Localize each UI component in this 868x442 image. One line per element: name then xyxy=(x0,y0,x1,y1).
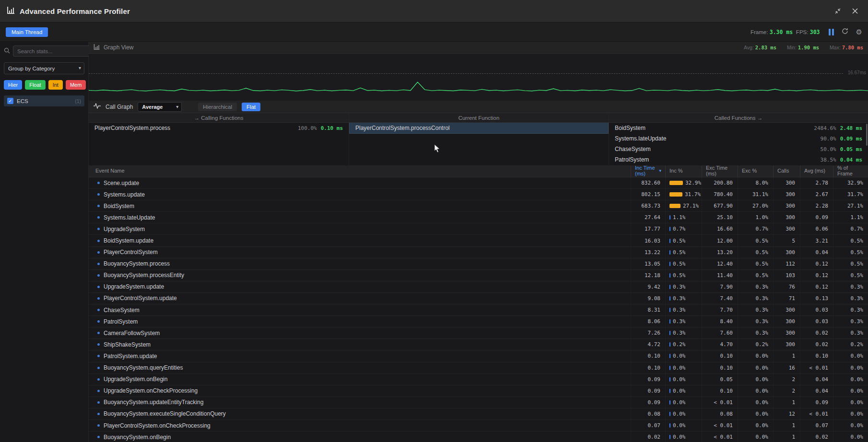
table-row[interactable]: UpgradeSystem.onCheckProcessing0.090.0%0… xyxy=(89,385,868,397)
cell-avg: 0.04 xyxy=(800,247,833,258)
called-function-row[interactable]: ChaseSystem50.0%0.05 ms xyxy=(609,144,868,154)
cell-inc-pct: 0.5% xyxy=(665,247,702,258)
cell-avg: 2.28 xyxy=(800,200,833,211)
table-row[interactable]: PlayerControlSystem.update9.080.3%7.400.… xyxy=(89,293,868,304)
cell-calls: 16 xyxy=(773,362,800,373)
cell-inc-time: 0.09 xyxy=(631,374,665,385)
cell-inc-time: 9.42 xyxy=(631,281,665,292)
event-bullet-icon xyxy=(97,193,100,196)
cell-exc-pct: 0.5% xyxy=(738,247,773,258)
called-function-row[interactable]: PatrolSystem38.5%0.04 ms xyxy=(609,154,868,165)
cell-exc-time: 7.70 xyxy=(702,304,738,315)
column-header-exc-time[interactable]: Exc Time (ms) xyxy=(702,165,738,177)
table-row[interactable]: BuoyancySystem.updateEntityTracking0.090… xyxy=(89,397,868,408)
table-row[interactable]: BuoyancySystem.queryEntities0.100.0%0.10… xyxy=(89,362,868,374)
table-row[interactable]: BuoyancySystem.onBegin0.020.0%< 0.010.0%… xyxy=(89,431,868,442)
table-row[interactable]: PatrolSystem.update0.100.0%0.100.0%10.10… xyxy=(89,350,868,362)
hierarchical-view-button[interactable]: Hierarchical xyxy=(198,103,237,111)
column-header-calls[interactable]: Calls xyxy=(773,165,800,177)
ecs-label: ECS xyxy=(17,98,71,104)
cell-exc-time: 25.10 xyxy=(702,212,738,223)
cell-calls: 300 xyxy=(773,189,800,200)
table-row[interactable]: UpgradeSystem.onBegin0.090.0%0.050.0%20.… xyxy=(89,374,868,385)
table-row[interactable]: UpgradeSystem.update9.420.3%7.900.3%760.… xyxy=(89,281,868,293)
called-function-row[interactable]: BoidSystem2484.6%2.48 ms xyxy=(609,123,868,133)
flat-view-button[interactable]: Flat xyxy=(242,103,260,111)
cell-inc-pct: 0.0% xyxy=(665,362,702,373)
calling-function-row[interactable]: PlayerControlSystem.process100.0%0.10 ms xyxy=(89,123,349,133)
sort-desc-icon: ▾ xyxy=(659,169,661,173)
cell-avg: 0.09 xyxy=(800,397,833,408)
filter-chip-mem[interactable]: Mem xyxy=(66,80,86,90)
table-row[interactable]: PlayerControlSystem.onCheckProcessing0.0… xyxy=(89,420,868,431)
tab-main-thread[interactable]: Main Thread xyxy=(6,27,48,37)
column-header-avg[interactable]: Avg (ms) xyxy=(800,165,833,177)
column-header-inc-time[interactable]: Inc Time (ms)▾ xyxy=(631,165,665,177)
event-name: PlayerControlSystem xyxy=(104,249,158,256)
cell-inc-pct: 0.2% xyxy=(665,339,702,350)
table-row[interactable]: CameraFollowSystem7.260.3%7.600.3%3000.0… xyxy=(89,327,868,339)
filter-chip-hier[interactable]: Hier xyxy=(4,80,22,90)
inc-pct-bar xyxy=(669,342,670,347)
ecs-checkbox[interactable]: ✓ xyxy=(7,98,13,104)
cell-exc-time: 0.10 xyxy=(702,350,738,361)
called-function-row[interactable]: Systems.lateUpdate90.0%0.09 ms xyxy=(609,133,868,144)
cell-frame-pct: 0.3% xyxy=(833,316,868,327)
group-by-select[interactable]: Group by Category xyxy=(4,62,84,74)
cell-exc-time: 7.90 xyxy=(702,281,738,292)
cell-frame-pct: 0.0% xyxy=(833,374,868,385)
table-row[interactable]: Systems.lateUpdate27.641.1%25.101.0%3000… xyxy=(89,212,868,223)
column-header-exc-pct[interactable]: Exc % xyxy=(738,165,773,177)
filter-chip-float[interactable]: Float xyxy=(25,80,45,90)
cell-avg: 0.12 xyxy=(800,258,833,269)
table-row[interactable]: BuoyancySystem.processEntity12.180.5%11.… xyxy=(89,270,868,281)
column-header-event-name[interactable]: Event Name xyxy=(89,165,631,177)
frame-time-graph[interactable]: 16.67ms xyxy=(89,54,868,101)
table-row[interactable]: PlayerControlSystem13.220.5%13.200.5%300… xyxy=(89,247,868,258)
table-row[interactable]: BoidSystem.update16.030.5%12.000.5%53.21… xyxy=(89,235,868,246)
scrollbar-thumb[interactable] xyxy=(866,124,868,146)
collapse-window-icon[interactable] xyxy=(832,5,844,17)
cell-avg: 0.09 xyxy=(800,212,833,223)
cell-inc-time: 0.02 xyxy=(631,431,665,442)
settings-gear-icon[interactable]: ⚙ xyxy=(856,28,862,35)
current-function-row[interactable]: PlayerControlSystem.processControl xyxy=(349,123,609,134)
search-input[interactable] xyxy=(13,46,95,57)
close-window-icon[interactable] xyxy=(849,5,861,17)
event-name: Systems.lateUpdate xyxy=(104,214,155,221)
table-row[interactable]: Systems.update802.1531.7%780.4031.1%3002… xyxy=(89,189,868,200)
event-bullet-icon xyxy=(97,343,100,346)
filter-chip-int[interactable]: Int xyxy=(48,80,63,90)
table-row[interactable]: BuoyancySystem.process13.050.5%12.400.5%… xyxy=(89,258,868,270)
cell-frame-pct: 0.0% xyxy=(833,362,868,373)
refresh-icon[interactable] xyxy=(842,28,848,36)
cell-inc-time: 0.08 xyxy=(631,408,665,419)
table-row[interactable]: BuoyancySystem.executeSingleConditionQue… xyxy=(89,408,868,420)
table-row[interactable]: UpgradeSystem17.770.7%16.600.7%3000.060.… xyxy=(89,223,868,235)
cell-calls: 12 xyxy=(773,408,800,419)
cell-exc-pct: 0.0% xyxy=(738,385,773,396)
sidebar-item-ecs[interactable]: ✓ ECS (1) xyxy=(4,95,84,106)
table-row[interactable]: ShipShakeSystem4.720.2%4.700.2%3000.020.… xyxy=(89,339,868,350)
column-header-inc-pct[interactable]: Inc % xyxy=(665,165,702,177)
cell-exc-time: 7.60 xyxy=(702,327,738,338)
table-row[interactable]: ChaseSystem8.310.3%7.700.3%3000.030.3% xyxy=(89,304,868,316)
event-bullet-icon xyxy=(97,390,100,392)
cell-exc-pct: 0.5% xyxy=(738,235,773,246)
table-row[interactable]: BoidSystem683.7327.1%677.9027.0%3002.282… xyxy=(89,200,868,212)
aggregation-mode-select[interactable]: Average xyxy=(138,102,182,112)
inc-pct-bar xyxy=(669,331,670,335)
column-header-frame-pct[interactable]: % of Frame xyxy=(833,165,868,177)
pause-icon[interactable] xyxy=(829,29,834,35)
cell-frame-pct: 0.7% xyxy=(833,223,868,234)
cell-calls: 300 xyxy=(773,212,800,223)
cell-frame-pct: 0.5% xyxy=(833,258,868,269)
cell-exc-pct: 0.3% xyxy=(738,293,773,304)
cell-exc-time: 780.40 xyxy=(702,189,738,200)
inc-pct-bar xyxy=(669,319,670,324)
event-bullet-icon xyxy=(97,251,100,254)
inc-pct-bar xyxy=(669,250,670,255)
inc-pct-bar xyxy=(669,423,670,428)
table-row[interactable]: Scene.update832.6032.9%200.808.0%3002.78… xyxy=(89,177,868,189)
table-row[interactable]: PatrolSystem8.060.3%8.400.3%3000.030.3% xyxy=(89,316,868,327)
